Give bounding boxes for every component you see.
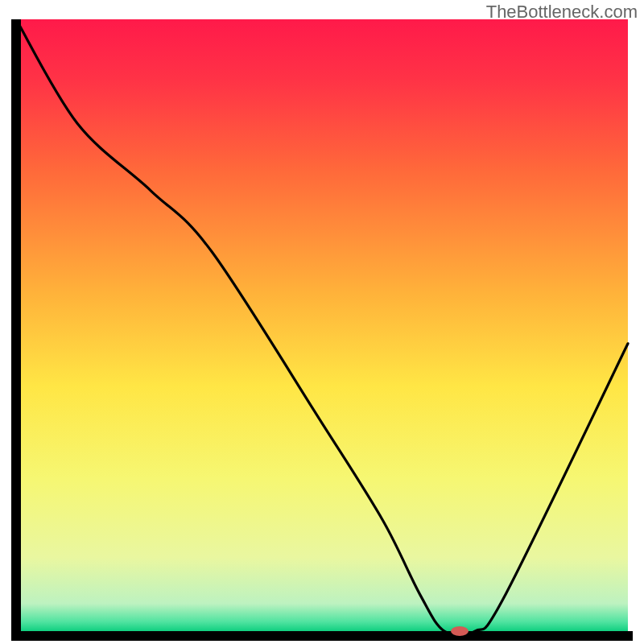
plot-area	[11, 19, 633, 636]
optimal-marker	[451, 626, 469, 636]
chart-container: TheBottleneck.com	[0, 0, 644, 644]
watermark-text: TheBottleneck.com	[486, 2, 638, 23]
bottleneck-chart	[11, 19, 633, 641]
gradient-background	[16, 19, 628, 631]
